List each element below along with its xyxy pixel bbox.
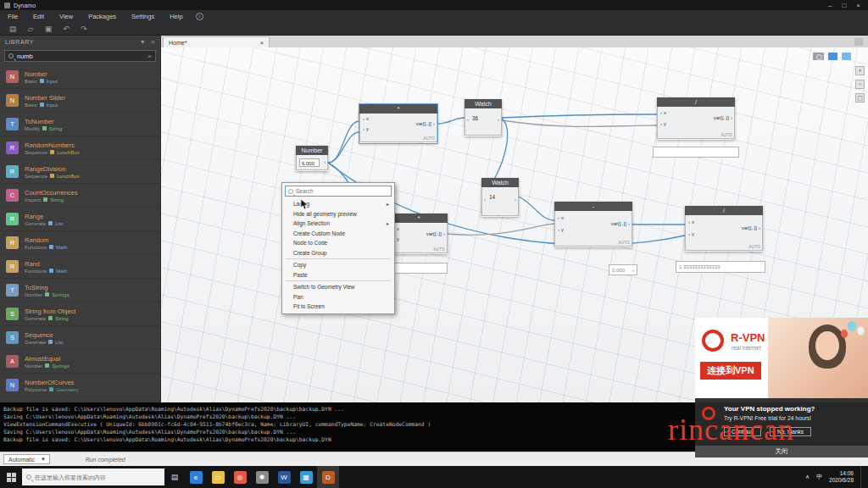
input-port-y[interactable]: ›y bbox=[558, 227, 564, 232]
input-port-y[interactable]: ›y bbox=[660, 121, 666, 126]
context-menu-item[interactable]: Switch to Geometry View bbox=[282, 282, 394, 292]
context-menu-item[interactable]: Hide all geometry preview bbox=[282, 209, 394, 219]
input-port-x[interactable]: ›x bbox=[688, 219, 694, 225]
library-item[interactable]: S Sequence Generate List bbox=[0, 326, 160, 350]
output-port[interactable]: › bbox=[515, 197, 516, 202]
output-port[interactable]: var[]..[]› bbox=[426, 231, 445, 236]
taskbar-app-icon[interactable]: D bbox=[317, 466, 339, 488]
library-item[interactable]: S String from Object Generate String bbox=[0, 302, 160, 326]
taskbar-app-icon[interactable]: ▦ bbox=[295, 466, 317, 488]
clock[interactable]: 14:06 2020/6/28 bbox=[829, 470, 854, 484]
node-divide-2[interactable]: / ›x ›y var[]..[]› AUTO bbox=[685, 206, 763, 252]
library-item[interactable]: R RandomNumbers Sequence LunchBox bbox=[0, 136, 160, 160]
camera-export-icon[interactable] bbox=[813, 53, 824, 60]
taskbar-app-icon[interactable]: ▭ bbox=[207, 466, 229, 488]
node-multiply[interactable]: * ›x ›y var[]..[]› AUTO bbox=[359, 104, 437, 143]
preview-bubble-empty-1[interactable] bbox=[653, 147, 739, 158]
tab-close-icon[interactable]: × bbox=[260, 40, 264, 46]
maximize-button[interactable]: □ bbox=[842, 2, 846, 9]
language-indicator[interactable]: 中 bbox=[816, 473, 822, 481]
output-port[interactable]: › bbox=[324, 159, 326, 164]
open-file-button[interactable]: ▱ bbox=[25, 25, 36, 33]
lacing-label[interactable]: AUTO bbox=[721, 133, 732, 137]
lacing-label[interactable]: AUTO bbox=[423, 136, 435, 141]
library-item[interactable]: T ToNumber Modify String bbox=[0, 113, 160, 136]
output-port[interactable]: › bbox=[498, 117, 499, 122]
input-port[interactable]: › bbox=[467, 117, 469, 122]
input-port-x[interactable]: ›x bbox=[363, 116, 369, 121]
node-header[interactable]: - bbox=[554, 202, 632, 211]
node-number[interactable]: Number 6.000 › bbox=[296, 146, 328, 171]
output-port[interactable]: var[]..[]› bbox=[714, 115, 732, 120]
context-menu-item[interactable]: Create Group bbox=[282, 248, 394, 258]
save-button[interactable]: ▣ bbox=[42, 25, 54, 33]
taskbar-app-icon[interactable]: W bbox=[273, 466, 295, 488]
context-menu-item[interactable]: Paste bbox=[282, 270, 394, 280]
lacing-label[interactable]: AUTO bbox=[748, 245, 760, 249]
context-menu-search[interactable] bbox=[285, 186, 392, 197]
close-button[interactable]: × bbox=[856, 2, 860, 9]
ad-close-button[interactable]: 关闭 bbox=[695, 446, 868, 458]
run-mode-dropdown[interactable]: Automatic ▾ bbox=[3, 454, 50, 464]
output-port[interactable]: var[]..[]› bbox=[416, 121, 435, 126]
library-item[interactable]: N Number Slider Basic Input bbox=[0, 89, 160, 113]
input-port-y[interactable]: ›y bbox=[363, 126, 369, 131]
zoom-out-button[interactable]: − bbox=[855, 80, 865, 89]
redo-button[interactable]: ↷ bbox=[78, 25, 90, 33]
node-watch-2[interactable]: Watch › 14 › bbox=[481, 178, 519, 217]
context-search-input[interactable] bbox=[296, 188, 385, 194]
minimize-button[interactable]: – bbox=[828, 2, 832, 9]
menu-item[interactable]: Settings bbox=[124, 13, 162, 20]
context-menu-item[interactable]: Pan bbox=[282, 292, 394, 302]
node-header[interactable]: / bbox=[685, 206, 763, 215]
library-item[interactable]: A AlmostEqual Number Springs bbox=[0, 350, 160, 374]
preview-bubble-empty-2[interactable] bbox=[392, 263, 448, 274]
taskbar-app-icon[interactable]: e bbox=[185, 466, 207, 488]
task-view-icon[interactable]: ▤ bbox=[164, 473, 185, 481]
menu-item[interactable]: Packages bbox=[81, 13, 124, 20]
taskbar-search-box[interactable] bbox=[22, 469, 164, 485]
library-item[interactable]: N Number Basic Input bbox=[0, 65, 160, 89]
zoom-fit-button[interactable]: ▢ bbox=[855, 93, 865, 103]
geometry-view-icon[interactable] bbox=[842, 53, 851, 60]
output-port[interactable]: var[]..[]› bbox=[611, 221, 630, 226]
library-item[interactable]: N NumberOfCurves Polycurve Geometry bbox=[0, 374, 160, 397]
taskbar-search-input[interactable] bbox=[35, 474, 153, 480]
library-item[interactable]: R Range Generate List bbox=[0, 208, 160, 231]
number-value-input[interactable]: 6.000 bbox=[299, 158, 320, 167]
tray-expand-icon[interactable]: ∧ bbox=[805, 474, 810, 480]
library-menu-icon[interactable]: ≡ bbox=[151, 39, 155, 45]
input-port-x[interactable]: ›x bbox=[558, 215, 564, 220]
undo-button[interactable]: ↶ bbox=[60, 25, 72, 33]
context-menu-item[interactable]: Align Selection▸ bbox=[282, 219, 394, 229]
library-item[interactable]: R Random Functions Math bbox=[0, 231, 160, 255]
context-menu-item[interactable]: Node to Code bbox=[282, 238, 394, 248]
connect-vpn-button[interactable]: 连接到VPN bbox=[700, 362, 761, 380]
lacing-label[interactable]: AUTO bbox=[433, 247, 445, 252]
context-menu-item[interactable]: Fit to Screen bbox=[282, 302, 394, 312]
lacing-label[interactable]: AUTO bbox=[618, 241, 630, 245]
tab-home[interactable]: Home* × bbox=[163, 36, 270, 47]
menu-item[interactable]: Help bbox=[162, 13, 190, 20]
node-multiply-2[interactable]: * ›x ›y var[]..[]› AUTO bbox=[390, 214, 448, 254]
taskbar-app-icon[interactable]: ✱ bbox=[251, 466, 273, 488]
library-item[interactable]: R RangeDivision Sequence LunchBox bbox=[0, 160, 160, 184]
output-port[interactable]: var[]..[]› bbox=[742, 225, 760, 230]
input-port-x[interactable]: ›x bbox=[660, 110, 666, 115]
library-search-input[interactable] bbox=[17, 53, 136, 60]
graph-view-icon[interactable] bbox=[828, 53, 837, 60]
node-header[interactable]: Watch bbox=[481, 178, 519, 187]
node-watch-1[interactable]: Watch › 36 › bbox=[465, 99, 502, 136]
node-header[interactable]: Number bbox=[296, 146, 328, 155]
node-header[interactable]: Watch bbox=[465, 99, 502, 108]
preview-bubble-value[interactable]: 0.000› bbox=[609, 264, 637, 275]
zoom-in-button[interactable]: + bbox=[855, 66, 865, 75]
info-icon[interactable]: i bbox=[196, 13, 203, 20]
context-menu-item[interactable]: Create Custom Node bbox=[282, 229, 394, 239]
new-file-button[interactable]: ▤ bbox=[7, 25, 19, 33]
start-button[interactable] bbox=[0, 473, 22, 482]
library-item[interactable]: C CountOccurrences Inspect String bbox=[0, 184, 160, 208]
context-menu-item[interactable]: Copy bbox=[282, 260, 394, 270]
preview-bubble-result[interactable]: 1.3333333333333 bbox=[676, 261, 765, 273]
menu-item[interactable]: Edit bbox=[25, 13, 52, 20]
